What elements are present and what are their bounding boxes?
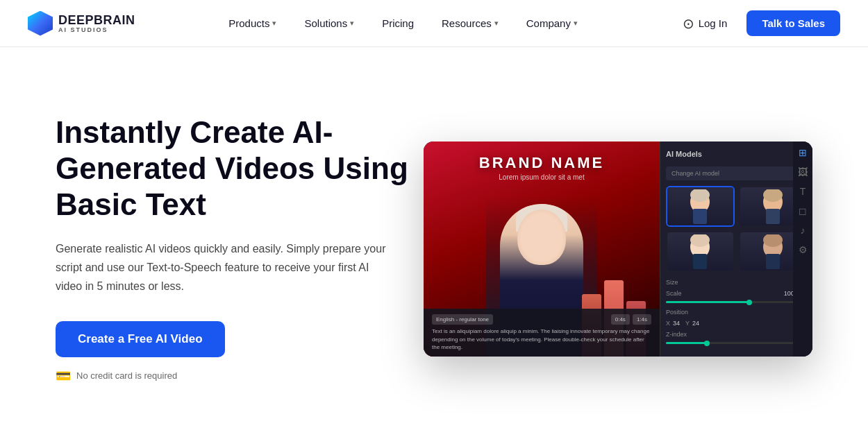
svg-rect-2: [693, 209, 707, 224]
text-icon[interactable]: T: [800, 186, 806, 197]
credit-card-icon: 💳: [56, 368, 71, 384]
position-x: 34: [673, 320, 680, 327]
user-icon: ⊙: [683, 15, 694, 32]
model-face-1: [667, 187, 733, 225]
z-slider[interactable]: [666, 342, 807, 344]
svg-rect-8: [693, 254, 707, 269]
mockup-video-area: BRAND NAME Lorem ipsum dolor sit a met: [424, 142, 660, 357]
nav-item-resources[interactable]: Resources ▾: [431, 12, 510, 35]
hero-title: Instantly Create AI-Generated Videos Usi…: [56, 114, 417, 223]
logo-icon: [28, 11, 53, 36]
position-label: Position: [666, 309, 688, 316]
panel-search[interactable]: Change AI model 🔍: [666, 166, 807, 180]
script-text-bar: English - regular tone 0:4s 1:4s Text is…: [424, 309, 660, 357]
panel-title: AI Models: [666, 147, 807, 161]
nav-item-company[interactable]: Company ▾: [515, 12, 589, 35]
hero-mockup: BRAND NAME Lorem ipsum dolor sit a met: [424, 142, 812, 357]
navbar: DEEPBRAIN AI STUDIOS Products ▾ Solution…: [0, 0, 868, 47]
size-label: Size: [666, 279, 678, 286]
product-mockup: BRAND NAME Lorem ipsum dolor sit a met: [424, 142, 812, 357]
hero-description: Generate realistic AI videos quickly and…: [56, 239, 389, 296]
time-badge-2: 1:4s: [633, 314, 651, 325]
talk-to-sales-button[interactable]: Talk to Sales: [746, 10, 840, 36]
login-button[interactable]: ⊙ Log In: [671, 10, 739, 37]
logo-brand: DEEPBRAIN: [58, 14, 135, 26]
logo-sub: AI STUDIOS: [58, 27, 135, 33]
chevron-down-icon: ▾: [574, 19, 578, 28]
svg-rect-11: [766, 254, 780, 269]
nav-actions: ⊙ Log In Talk to Sales: [671, 10, 840, 37]
ai-models-panel: AI Models Change AI model 🔍: [660, 142, 812, 357]
no-credit-notice: 💳 No credit card is required: [56, 368, 417, 384]
time-badge-1: 0:4s: [611, 314, 630, 325]
avatar-face: [517, 209, 566, 265]
nav-links: Products ▾ Solutions ▾ Pricing Resources…: [217, 12, 589, 35]
audio-icon[interactable]: ♪: [801, 225, 806, 236]
chevron-down-icon: ▾: [494, 19, 499, 28]
position-y: 24: [692, 320, 699, 327]
model-thumb-1[interactable]: [666, 186, 735, 227]
panel-icon-strip: ⊞ 🖼 T ◻ ♪ ⚙: [793, 142, 812, 357]
svg-rect-5: [766, 209, 780, 224]
logo[interactable]: DEEPBRAIN AI STUDIOS: [28, 11, 135, 36]
brand-sub: Lorem ipsum dolor sit a met: [424, 173, 660, 181]
scale-label: Scale: [666, 290, 682, 297]
brand-name: BRAND NAME: [424, 154, 660, 172]
model-thumb-3[interactable]: [666, 231, 735, 272]
chevron-down-icon: ▾: [272, 19, 276, 28]
scale-slider[interactable]: [666, 301, 807, 303]
image-icon[interactable]: 🖼: [798, 166, 808, 178]
shape-icon[interactable]: ◻: [799, 205, 807, 216]
zindex-label: Z-index: [666, 331, 687, 338]
chevron-down-icon: ▾: [350, 19, 354, 28]
panel-controls: Size Full Scale 100 + % Position: [666, 279, 807, 344]
nav-item-products[interactable]: Products ▾: [217, 12, 287, 35]
brand-overlay: BRAND NAME Lorem ipsum dolor sit a met: [424, 154, 660, 181]
model-grid: [666, 186, 807, 272]
script-text: Text is an aliquipiam dolore aliquip a m…: [432, 327, 651, 351]
nav-item-pricing[interactable]: Pricing: [371, 12, 425, 35]
layers-icon[interactable]: ⊞: [799, 147, 807, 158]
settings-icon[interactable]: ⚙: [799, 244, 808, 255]
hero-section: Instantly Create AI-Generated Videos Usi…: [0, 47, 868, 437]
create-free-video-button[interactable]: Create a Free AI Video: [56, 321, 225, 357]
nav-item-solutions[interactable]: Solutions ▾: [293, 12, 365, 35]
hero-content: Instantly Create AI-Generated Videos Usi…: [56, 114, 417, 383]
model-face-3: [667, 232, 733, 271]
language-badge: English - regular tone: [432, 314, 493, 325]
